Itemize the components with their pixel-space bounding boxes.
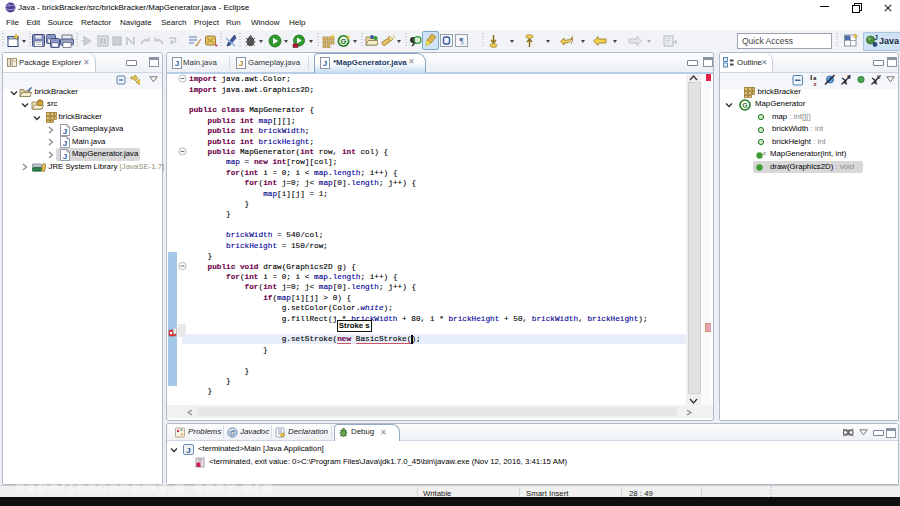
svg-text:J: J [239,59,243,68]
svg-text:J: J [62,126,66,135]
svg-text:z: z [814,81,817,87]
svg-text:J: J [62,151,66,160]
svg-text:J: J [62,139,66,148]
svg-text:J: J [175,59,179,68]
svg-text:c: c [763,150,766,156]
svg-text:G: G [742,101,748,108]
svg-text:J: J [186,445,190,454]
svg-text:G: G [341,37,347,46]
svg-text:J: J [874,34,878,41]
svg-text:@: @ [229,429,236,436]
svg-text:¶: ¶ [459,36,463,46]
svg-text:J: J [323,59,327,68]
